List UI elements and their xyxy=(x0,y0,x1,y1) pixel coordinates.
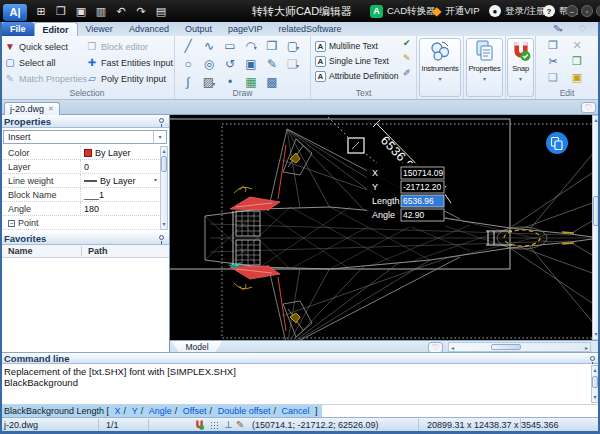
command-option-y[interactable]: Y xyxy=(132,406,138,416)
ortho-status-icon[interactable]: ⊥ xyxy=(224,419,233,430)
ribbon-collapse-icon[interactable]: ♡ xyxy=(578,24,586,34)
vip-button[interactable]: ◆ 开通VIP xyxy=(432,0,480,22)
command-option-offset[interactable]: Offset xyxy=(183,406,207,416)
single-line-text-button[interactable]: ASingle Line Text xyxy=(315,54,389,68)
poly-entity-input-button[interactable]: ▱Poly Entity Input xyxy=(86,71,166,86)
maximize-button[interactable]: ▫ xyxy=(581,5,593,17)
group-text: AMultiline Text ASingle Line Text AAttri… xyxy=(311,36,417,99)
tab-viewer[interactable]: Viewer xyxy=(78,22,121,36)
fast-entities-input-button[interactable]: ✚Fast Entities Input xyxy=(86,55,173,70)
entity-type-selector[interactable]: Insert▾ xyxy=(3,130,167,144)
draft-status-icon[interactable]: ✎ xyxy=(236,419,244,430)
instruments-button[interactable]: Instruments ▾ xyxy=(419,38,461,97)
canvas-action-button[interactable] xyxy=(546,132,568,154)
property-row-angle[interactable]: Angle 180 xyxy=(3,202,159,216)
lineweight-dropdown-icon[interactable]: ▾ xyxy=(154,176,157,183)
property-row-point[interactable]: −Point xyxy=(3,216,159,230)
copy-button[interactable]: ❏ xyxy=(546,70,560,84)
snap-button[interactable]: Snap ▾ xyxy=(507,38,534,97)
paste-button[interactable]: ❐ xyxy=(546,38,560,52)
draw-block-button[interactable]: ❐ xyxy=(263,38,281,54)
text-check-icon[interactable]: ✔ xyxy=(403,38,411,48)
tab-advanced[interactable]: Advanced xyxy=(121,22,177,36)
paste-special-button[interactable]: ❒ xyxy=(570,54,584,68)
group-label-text: Text xyxy=(311,88,416,98)
save-button[interactable]: ▣ xyxy=(71,2,91,22)
properties-scrollbar[interactable]: ▴ ▾ xyxy=(160,146,168,230)
collapse-icon[interactable]: − xyxy=(8,220,15,227)
pin-icon[interactable] xyxy=(590,356,595,361)
drawing-canvas[interactable]: 6536.96 X Y Length Angle 150714.09 -2171… xyxy=(170,115,592,340)
favorites-path-column[interactable]: Path xyxy=(81,246,108,256)
minimize-button[interactable]: – xyxy=(566,5,578,17)
drawing-canvas-svg[interactable]: 6536.96 X Y Length Angle 150714.09 -2171… xyxy=(170,115,592,340)
property-row-lineweight[interactable]: Line weight By Layer ▾ xyxy=(3,174,159,188)
block-editor-button[interactable]: ❒Block editor xyxy=(86,39,148,54)
commandline-header[interactable]: Command line xyxy=(0,352,600,364)
save-as-button[interactable]: ▥ xyxy=(91,2,111,22)
favorites-name-column[interactable]: Name xyxy=(8,246,33,256)
multiline-text-button[interactable]: AMultiline Text xyxy=(315,39,378,53)
match-properties-button[interactable]: ✎Match Properties xyxy=(4,71,87,86)
grid-status-icon[interactable] xyxy=(210,421,219,430)
open-button[interactable]: ❒ xyxy=(51,2,71,22)
tab-relatedsoftware[interactable]: relatedSoftware xyxy=(270,22,349,36)
draw-pen-button[interactable]: ✎ xyxy=(263,56,281,72)
favorites-panel-header[interactable]: Favorites xyxy=(0,232,169,245)
quick-select-button[interactable]: ▼Quick select xyxy=(4,39,68,54)
h-scrollbar[interactable]: ◂ ▸ xyxy=(448,342,591,352)
app-logo-icon[interactable]: A| xyxy=(3,4,27,21)
delete-button[interactable]: ✕ xyxy=(570,38,584,52)
text-edit-icon[interactable]: ✎ xyxy=(403,53,411,63)
command-option-cancel[interactable]: Cancel xyxy=(282,406,310,416)
draw-arc-button[interactable]: ↺ xyxy=(221,56,239,72)
draw-circle-button[interactable]: ○ xyxy=(179,56,197,72)
draw-polyline-button[interactable]: ◠▾ xyxy=(242,38,260,54)
tab-file[interactable]: File xyxy=(2,22,34,36)
draw-line-button[interactable]: ╱ xyxy=(179,38,197,54)
document-tab-label: j-20.dwg xyxy=(10,104,44,114)
command-option-angle[interactable]: Angle xyxy=(149,406,172,416)
redo-button[interactable]: ↷ xyxy=(131,2,151,22)
ribbon-tab-bar: File Editor Viewer Advanced Output pageV… xyxy=(0,22,600,36)
tab-output[interactable]: Output xyxy=(177,22,220,36)
new-button[interactable]: ⊞ xyxy=(31,2,51,22)
block-edit-button[interactable]: ▣ xyxy=(570,70,584,84)
pin-icon[interactable] xyxy=(159,235,164,240)
undo-button[interactable]: ↶ xyxy=(111,2,131,22)
property-row-color[interactable]: Color By Layer xyxy=(3,146,159,160)
snap-status-icon[interactable] xyxy=(194,419,205,431)
draw-spline-button[interactable]: ∿ xyxy=(200,38,218,54)
select-all-button[interactable]: ▢Select all xyxy=(4,55,56,70)
tab-pagevip[interactable]: pageVIP xyxy=(220,22,271,36)
property-row-blockname[interactable]: Block Name ___1 xyxy=(3,188,159,202)
commandline-history[interactable]: Replacement of the [txt.SHX] font with [… xyxy=(0,364,600,404)
cad-converter-button[interactable]: A CAD转换器 xyxy=(370,0,436,22)
text-attr-edit-icon[interactable]: ✐ xyxy=(403,68,411,78)
document-tab[interactable]: j-20.dwg ✕ xyxy=(4,102,60,115)
command-option-double-offset[interactable]: Double offset xyxy=(218,406,271,416)
login-button[interactable]: ● 登录/注册 xyxy=(489,0,546,22)
command-option-x[interactable]: X xyxy=(115,406,121,416)
command-input-line[interactable]: BlackBackground Length [ X/ Y/ Angle/ Of… xyxy=(0,404,600,417)
draw-ellipse-button[interactable]: ◎ xyxy=(200,56,218,72)
properties-panel-header[interactable]: Properties xyxy=(0,115,169,128)
print-button[interactable]: ▤ xyxy=(151,2,171,22)
tab-editor[interactable]: Editor xyxy=(34,22,78,36)
canvas-collapse-top-button[interactable]: ♡ xyxy=(581,102,596,113)
quick-edit-icon[interactable]: ✎▾ xyxy=(553,23,562,34)
h-scrollbar-thumb[interactable] xyxy=(491,344,521,350)
properties-scrollbar-thumb[interactable] xyxy=(161,156,167,172)
property-row-layer[interactable]: Layer 0 xyxy=(3,160,159,174)
cut-button[interactable]: ✂ xyxy=(546,54,560,68)
attribute-definition-button[interactable]: AAttribute Definition xyxy=(315,69,398,83)
close-button[interactable]: ✕ xyxy=(596,5,600,17)
draw-group-button[interactable]: ❑▾ xyxy=(284,56,302,72)
document-tab-close-icon[interactable]: ✕ xyxy=(48,105,54,113)
ribbon-properties-button[interactable]: Properties ▾ xyxy=(466,38,503,97)
document-tab-bar: j-20.dwg ✕ ♡ xyxy=(0,100,600,115)
draw-rectangle-button[interactable]: ▭ xyxy=(221,38,239,54)
draw-image-button[interactable]: ▣ xyxy=(242,56,260,72)
draw-region-button[interactable]: ▢▾ xyxy=(284,38,302,54)
pin-icon[interactable] xyxy=(159,118,164,123)
